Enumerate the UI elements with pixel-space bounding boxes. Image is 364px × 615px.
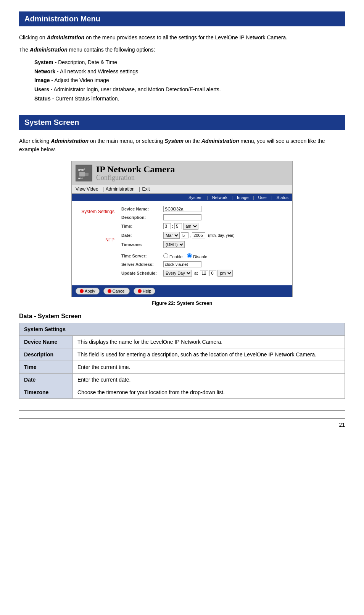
table-section-row: System Settings (19, 323, 345, 335)
system-screen-section: System Screen After clicking Administrat… (19, 115, 345, 399)
form-row-update-schedule: Update Schedule: Every Day at pmam (121, 270, 288, 277)
table-row: Timezone Choose the timezone for your lo… (19, 386, 345, 398)
apply-button[interactable]: Apply (76, 288, 100, 295)
svg-rect-3 (85, 173, 89, 176)
svg-text:level°: level° (78, 168, 85, 171)
camera-nav-exit[interactable]: Exit (142, 186, 150, 192)
camera-sidebar: System Settings NTP (72, 201, 118, 285)
update-hour-input[interactable] (200, 270, 208, 276)
camera-nav[interactable]: View Video | Administration | Exit (72, 185, 292, 194)
svg-rect-2 (79, 172, 85, 176)
menu-item-users: Users - Administrator login, user databa… (34, 85, 345, 94)
table-row: Description This field is used for enter… (19, 348, 345, 361)
row-header-timezone: Timezone (19, 386, 73, 398)
timezone-select[interactable]: (GMT) (163, 241, 185, 248)
menu-item-network: Network - All network and Wireless setti… (34, 67, 345, 76)
camera-subnav-network[interactable]: Network (212, 195, 227, 200)
update-minute-input[interactable] (209, 270, 216, 276)
update-ampm-select[interactable]: pmam (217, 270, 233, 277)
admin-menu-list: System - Description, Date & Time Networ… (34, 58, 345, 104)
form-row-time: Time: : am pm (121, 223, 288, 230)
camera-subnav-status[interactable]: Status (277, 195, 288, 200)
table-section-header: System Settings (19, 323, 345, 335)
form-row-time-server: Time Server: Enable Disable (121, 253, 288, 259)
admin-intro-1: Clicking on Administration on the menu p… (19, 33, 345, 42)
camera-subnav-user[interactable]: User (258, 195, 267, 200)
ntp-disable-radio[interactable] (187, 253, 192, 258)
camera-ui-screenshot: level° one IP Network Camera Configurati… (71, 161, 293, 297)
bottom-rule (19, 410, 345, 411)
menu-item-system: System - Description, Date & Time (34, 58, 345, 67)
camera-sub-nav: System | Network | Image | User | Status (72, 194, 292, 201)
camera-sidebar-ntp-link[interactable]: NTP (75, 237, 114, 243)
cancel-button[interactable]: Cancel (103, 288, 130, 295)
update-schedule-select[interactable]: Every Day (163, 270, 192, 277)
admin-menu-header: Administration Menu (19, 11, 345, 26)
menu-item-image: Image - Adjust the Video image (34, 76, 345, 85)
camera-nav-viewvideo[interactable]: View Video (76, 186, 98, 192)
form-row-timezone: Timezone: (GMT) (121, 241, 288, 248)
row-header-device-name: Device Name (19, 335, 73, 348)
date-day-input[interactable] (181, 232, 188, 238)
time-ampm-select[interactable]: am pm (183, 223, 198, 230)
data-section-title: Data - System Screen (19, 313, 345, 320)
form-row-device-name: Device Name: (121, 206, 288, 212)
form-row-description: Description: (121, 214, 288, 220)
date-year-input[interactable] (192, 232, 205, 238)
help-icon (138, 289, 142, 293)
system-screen-intro: After clicking Administration on the mai… (19, 137, 345, 154)
data-system-screen-table: System Settings Device Name This display… (19, 323, 345, 399)
camera-subnav-system[interactable]: System (188, 195, 203, 200)
row-header-date: Date (19, 373, 73, 386)
server-address-input[interactable] (163, 261, 201, 267)
camera-title-block: IP Network Camera Configuration (96, 164, 175, 182)
row-desc-time: Enter the current time. (73, 361, 345, 373)
figure-caption: Figure 22: System Screen (19, 300, 345, 306)
camera-nav-administration[interactable]: Administration (106, 186, 135, 192)
camera-sidebar-ntp: NTP (75, 237, 114, 243)
system-screen-header: System Screen (19, 115, 345, 130)
apply-icon (80, 289, 84, 293)
row-desc-date: Enter the current date. (73, 373, 345, 386)
cancel-icon (108, 289, 111, 293)
menu-item-status: Status - Current Status information. (34, 94, 345, 104)
camera-body: System Settings NTP Device Name: Descrip… (72, 201, 292, 285)
ntp-enable-radio[interactable] (163, 253, 168, 258)
row-desc-description: This field is used for entering a descri… (73, 348, 345, 361)
row-desc-timezone: Choose the timezone for your location fr… (73, 386, 345, 398)
admin-intro-2: The Administration menu contains the fol… (19, 45, 345, 54)
description-input[interactable] (163, 214, 201, 220)
camera-form: Device Name: Description: Time: (118, 201, 292, 285)
row-desc-device-name: This displays the name for the LevelOne … (73, 335, 345, 348)
row-header-description: Description (19, 348, 73, 361)
camera-logo: level° one (76, 165, 92, 181)
form-row-server-address: Server Address: (121, 261, 288, 267)
camera-sidebar-system-settings[interactable]: System Settings (75, 209, 114, 214)
table-row: Time Enter the current time. (19, 361, 345, 373)
date-month-select[interactable]: Mar (163, 232, 180, 239)
device-name-input[interactable] (163, 206, 201, 212)
time-minute-input[interactable] (174, 223, 182, 229)
camera-subnav-image[interactable]: Image (237, 195, 249, 200)
admin-menu-section: Administration Menu Clicking on Administ… (19, 11, 345, 104)
camera-ui-header: level° one IP Network Camera Configurati… (72, 161, 292, 185)
help-button[interactable]: Help (134, 288, 156, 295)
table-row: Date Enter the current date. (19, 373, 345, 386)
time-hour-input[interactable] (163, 223, 171, 229)
camera-footer: Apply Cancel Help (72, 285, 292, 297)
page-number: 21 (19, 418, 345, 428)
row-header-time: Time (19, 361, 73, 373)
form-row-date: Date: Mar , (mth, day, year) (121, 232, 288, 239)
table-row: Device Name This displays the name for t… (19, 335, 345, 348)
svg-text:one: one (78, 177, 83, 180)
date-format-hint: (mth, day, year) (208, 233, 234, 238)
